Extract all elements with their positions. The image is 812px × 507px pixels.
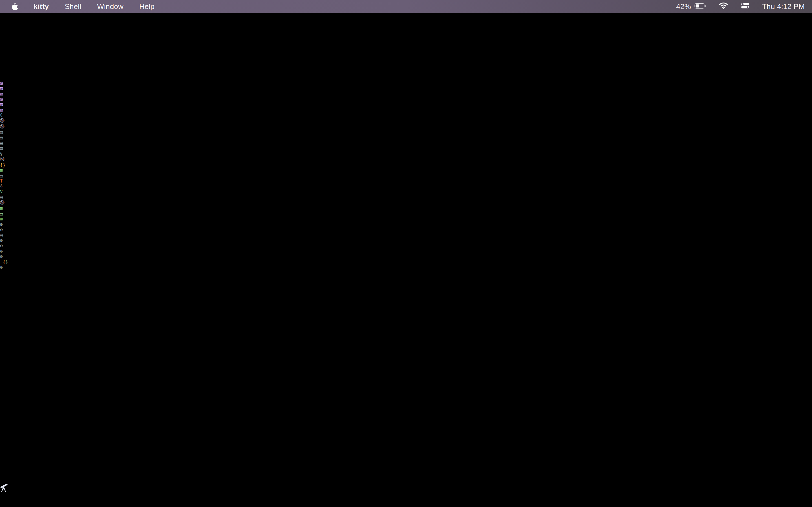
preview-line: "key": "OS ",: [0, 361, 812, 366]
keycap-sw-dock-icon[interactable]: $W: [0, 504, 812, 507]
gear-icon: ⚙: [0, 238, 3, 243]
result-row[interactable]: §tmux/plugins/vim-tmux-navigator/License…: [0, 184, 812, 189]
result-row[interactable]: ⚙kitty/themes/Rose_Pine.conf: [0, 238, 812, 243]
explorer-entry[interactable]: nvim/: [0, 38, 812, 43]
menu-bar: kitty Shell Window Help 42%: [0, 0, 812, 13]
doc-icon: ▤: [0, 173, 3, 178]
preview-line: "top": 2: [0, 297, 812, 302]
result-row[interactable]: ▤tmux/plugins/vim-tmux-navigator/doc/tmu…: [0, 211, 812, 216]
result-row[interactable]: ▤tmux/plugins/tmux/themes/catppuccin_mac…: [0, 135, 812, 140]
result-row[interactable]: Ⓜtmux/plugins/tmux/CONTRIBUTING.md: [0, 124, 812, 129]
txt-icon: ▤: [0, 211, 3, 216]
result-path: tmux/plugins/tmux/tmux.tera: [3, 173, 76, 178]
result-row[interactable]: ⚙git/config: [0, 265, 812, 270]
telescope-icon: [0, 488, 11, 494]
result-row[interactable]: →{}fastfetch/config.jsonc: [0, 259, 812, 265]
result-row[interactable]: §tmux/plugins/tmux/LICENSE: [0, 151, 812, 156]
result-row[interactable]: ▤tmux/plugins/tmux/tmux.tera: [0, 173, 812, 178]
explorer-entry[interactable]: starship.toml: [0, 69, 812, 75]
result-row[interactable]: ⚙kitty/themes/carbonfox.conf: [0, 243, 812, 248]
result-row[interactable]: ⚙btop/btop.conf: [0, 222, 812, 227]
toml-icon: T: [0, 178, 3, 184]
preview-line: },: [0, 398, 812, 404]
menu-item-shell[interactable]: Shell: [64, 2, 81, 11]
result-row[interactable]: Vtmux/plugins/vim-tmux-navigator/plugin/…: [0, 189, 812, 194]
result-row[interactable]: ▤tmux/plugins/tmux/themes/catppuccin_lat…: [0, 140, 812, 146]
markdown-icon: Ⓜ: [0, 200, 4, 205]
cursor-position: 1,5-3: [0, 499, 13, 504]
result-path: git/config: [3, 265, 30, 270]
result-row[interactable]: ▨tmux/plugins/tmux/assets/latte.webp: [0, 91, 812, 96]
result-row[interactable]: ▨tmux/plugins/tmux/assets/config2.png: [0, 86, 812, 91]
result-row[interactable]: ⊞tmux/plugins/vim-tmux-navigator/vim-tmu…: [0, 206, 812, 211]
result-path: tmux/plugins/tmux/themes/catppuccin_moch…: [3, 146, 141, 151]
result-path: tmux/plugins/tmux/themes/catppuccin_macc…: [3, 135, 152, 140]
result-path: tmux/plugins/tmux/assets/latte.webp: [3, 91, 98, 96]
preview-line: {: [0, 377, 812, 382]
result-path: tmux/plugins/tmux/README.md: [4, 118, 78, 123]
result-path: tmux/plugins/vim-tmux-navigator/plugin/t…: [3, 189, 158, 194]
explorer-entry[interactable]: fastfetch/: [0, 21, 812, 27]
result-path: tmux/plugins/tmux/renovate.json: [5, 162, 90, 168]
result-row[interactable]: ⚙kitty/themes/Gruvbox_Dark_Hard.conf: [0, 248, 812, 254]
preview-line: "separator": " → ": [0, 318, 812, 323]
result-row[interactable]: ▨tmux/plugins/tmux/assets/frappe.webp: [0, 96, 812, 102]
preview-line: {: [0, 350, 812, 355]
result-row[interactable]: Ⓜtmux/plugins/tmux/CHANGELOG.md: [0, 156, 812, 162]
result-row[interactable]: ⚙kitty/kitty.conf: [0, 227, 812, 232]
gear-icon: ⚙: [0, 254, 3, 259]
preview-line: "type": "os",: [0, 355, 812, 361]
result-path: tmux/plugins/vim-tmux-navigator/License.…: [3, 184, 117, 189]
result-row[interactable]: ▤tmux/plugins/vim-tmux-navigator/pattern…: [0, 194, 812, 200]
menu-item-window[interactable]: Window: [97, 2, 123, 11]
explorer-entry[interactable]: sketchybar/: [0, 43, 812, 48]
apple-menu-icon[interactable]: [11, 3, 18, 10]
menu-item-help[interactable]: Help: [139, 2, 154, 11]
result-path: tmux/plugins/tmux/themes/catppuccin_frap…: [3, 129, 144, 135]
doc-icon: ▤: [0, 135, 3, 140]
result-path: starship.toml: [3, 178, 38, 184]
result-row[interactable]: ⊞tmux/tmux.conf: [0, 216, 812, 222]
explorer-entry[interactable]: skhd/: [0, 48, 812, 54]
preview-line: {: [0, 275, 812, 281]
result-row[interactable]: ▤kitty/kitty-dark.icns: [0, 232, 812, 238]
menu-clock[interactable]: Thu 4:12 PM: [762, 2, 805, 11]
explorer-entry[interactable]: kitty/: [0, 32, 812, 38]
result-row[interactable]: Ⓜtmux/plugins/vim-tmux-navigator/README.…: [0, 200, 812, 206]
explorer-entry[interactable]: yabai/: [0, 64, 812, 69]
image-icon: ▨: [0, 102, 3, 107]
result-row[interactable]: ▨tmux/plugins/tmux/assets/mocha.webp: [0, 102, 812, 107]
explorer-entry[interactable]: git/: [0, 27, 812, 32]
result-row[interactable]: ▨tmux/plugins/tmux/assets/macchiato.webp: [0, 107, 812, 112]
find-files-input[interactable]: 148 / 148: [0, 484, 812, 494]
results-list: ▨tmux/plugins/tmux/assets/config3.png▨tm…: [0, 80, 812, 270]
menu-item-app[interactable]: kitty: [34, 2, 49, 11]
battery-status[interactable]: 42%: [676, 2, 706, 11]
result-path: tmux/plugins/tmux/assets/config3.png: [3, 80, 101, 86]
result-row[interactable]: Ⓜtmux/plugins/tmux/README.md: [0, 118, 812, 124]
result-row[interactable]: ▨tmux/plugins/tmux/assets/config3.png: [0, 80, 812, 86]
preview-line: "type": "kernel",: [0, 382, 812, 388]
result-row[interactable]: ⚙kitty/themes/Catppuccin_Mocha.conf: [0, 254, 812, 259]
wifi-icon[interactable]: [719, 2, 728, 11]
result-path: tmux/tmux.conf: [3, 216, 41, 222]
result-row[interactable]: {}tmux/plugins/tmux/renovate.json: [0, 162, 812, 168]
preview-line: "type": "wm",: [0, 473, 812, 478]
find-files-title: Find Files: [0, 478, 27, 484]
result-row[interactable]: Tstarship.toml: [0, 178, 812, 184]
result-row[interactable]: ▤tmux/plugins/tmux/themes/catppuccin_moc…: [0, 146, 812, 151]
control-center-icon[interactable]: [741, 2, 750, 11]
preview-line: {: [0, 436, 812, 441]
gear-icon: ⚙: [0, 265, 3, 270]
vim-statusline: [No Name]: [0, 494, 812, 499]
result-row[interactable]: ⊞tmux/plugins/tmux/catppuccin.tmux: [0, 168, 812, 173]
result-row[interactable]: ▤tmux/plugins/tmux/themes/catppuccin_fra…: [0, 129, 812, 135]
tmux-icon: ⊞: [0, 216, 3, 222]
result-path: tmux/plugins/vim-tmux-navigator/vim-tmux…: [3, 206, 152, 211]
result-row[interactable]: ☾wezterm/wezterm.lua: [0, 112, 812, 118]
preview-line: "display": {: [0, 313, 812, 318]
explorer-entry[interactable]: wezterm/: [0, 59, 812, 64]
explorer-entry[interactable]: btop/: [0, 16, 812, 21]
explorer-entry[interactable]: tmux/: [0, 54, 812, 59]
tmux-icon: ⊞: [0, 206, 3, 211]
